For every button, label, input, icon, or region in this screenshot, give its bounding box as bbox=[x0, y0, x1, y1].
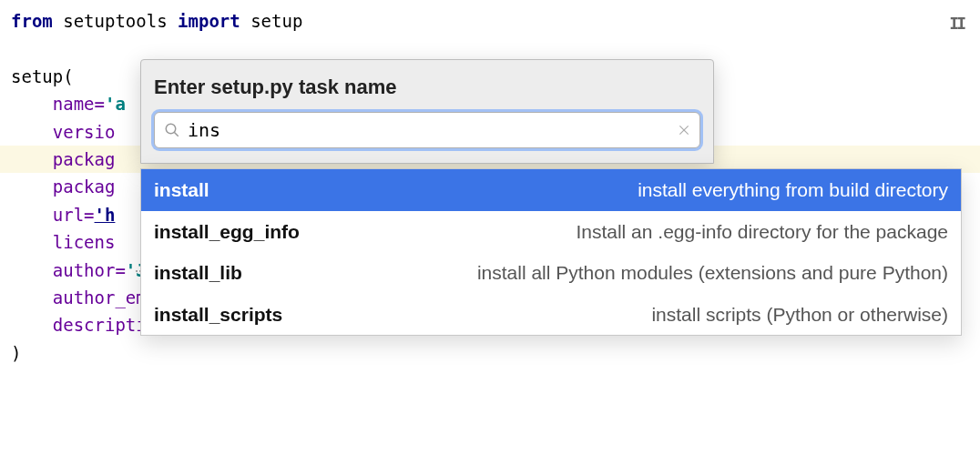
suggestion-desc: Install an .egg-info directory for the p… bbox=[576, 217, 948, 247]
clear-icon[interactable] bbox=[678, 124, 690, 136]
suggestion-desc: install all Python modules (extensions a… bbox=[477, 257, 948, 288]
suggestion-name: install_egg_info bbox=[154, 217, 300, 247]
suggestion-item[interactable]: install_scripts install scripts (Python … bbox=[141, 294, 961, 336]
code-line: from setuptools import setup bbox=[11, 7, 969, 35]
suggestion-desc: install everything from build directory bbox=[638, 175, 948, 206]
suggestion-item[interactable]: install install everything from build di… bbox=[141, 169, 961, 211]
suggestions-list: install install everything from build di… bbox=[140, 168, 962, 336]
suggestion-item[interactable]: install_lib install all Python modules (… bbox=[141, 252, 961, 294]
suggestion-name: install_scripts bbox=[154, 299, 282, 330]
suggestion-item[interactable]: install_egg_info Install an .egg-info di… bbox=[141, 211, 961, 253]
pause-icon: II bbox=[949, 11, 964, 37]
popup-title: Enter setup.py task name bbox=[154, 71, 700, 103]
suggestion-desc: install scripts (Python or otherwise) bbox=[651, 299, 948, 330]
search-input[interactable] bbox=[186, 118, 678, 142]
code-line: ) bbox=[11, 339, 969, 367]
suggestion-name: install_lib bbox=[154, 257, 242, 288]
task-name-popup: Enter setup.py task name bbox=[140, 59, 714, 164]
svg-line-1 bbox=[174, 132, 179, 136]
suggestion-name: install bbox=[154, 175, 209, 206]
svg-point-0 bbox=[166, 124, 176, 134]
search-field-wrap[interactable] bbox=[154, 112, 700, 148]
search-icon bbox=[164, 122, 180, 138]
